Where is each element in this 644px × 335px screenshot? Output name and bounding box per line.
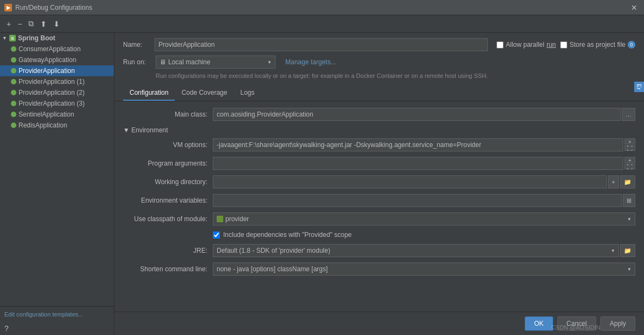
app-icon: ▶ [4, 4, 12, 11]
apply-button[interactable]: Apply [600, 316, 635, 331]
run-icon [11, 79, 16, 84]
move-up-button[interactable]: ⬆ [38, 19, 49, 29]
store-as-project-row: Store as project file 0 [560, 41, 635, 48]
env-vars-input-group: ⊞ [213, 194, 635, 207]
sidebar-item-sentinel[interactable]: SentinelApplication [0, 109, 114, 120]
run-icon [11, 68, 16, 74]
watermark: CSDN @AOSIDIN [551, 324, 600, 331]
store-project-checkbox[interactable] [560, 41, 567, 48]
jre-browse-button[interactable]: 📁 [620, 244, 635, 257]
sidebar-item-springboot[interactable]: ▼ S Spring Boot [0, 33, 114, 44]
tab-configuration[interactable]: Configuration [123, 86, 175, 101]
vm-expand-button[interactable]: ⛶ [624, 145, 635, 151]
name-input[interactable] [155, 38, 488, 51]
program-args-add-button[interactable]: + [624, 157, 635, 163]
title-bar: ▶ Run/Debug Configurations ✕ [0, 0, 644, 15]
main-class-browse-button[interactable]: … [622, 108, 635, 121]
name-label: Name: [123, 41, 150, 48]
manage-targets-link[interactable]: Manage targets... [285, 58, 336, 66]
sidebar-label: ConsumerApplication [19, 45, 81, 53]
jre-dropdown[interactable]: Default (1.8 - SDK of 'provider' module)… [213, 244, 619, 257]
sidebar-item-gateway[interactable]: GatewayApplication [0, 54, 114, 65]
chevron-down-icon: ▼ [2, 35, 7, 41]
shorten-cmd-chevron: ▼ [627, 267, 631, 272]
config-body: Main class: … ▼ Environment VM options: [114, 101, 644, 312]
tabs: Configuration Code Coverage Logs [114, 86, 644, 101]
vm-btns: + ⛶ [624, 138, 635, 151]
working-dir-input[interactable] [213, 175, 607, 188]
sidebar-label: ProviderApplication (1) [19, 78, 84, 86]
env-vars-input[interactable] [213, 194, 622, 207]
program-args-row: Program arguments: + ⛶ [123, 157, 635, 170]
main-class-input-group: … [213, 108, 635, 121]
jre-value: Default (1.8 - SDK of 'provider' module) [217, 247, 330, 254]
allow-parallel-label: Allow parallel [506, 41, 544, 48]
program-args-expand-button[interactable]: ⛶ [624, 163, 635, 169]
sidebar-label: ProviderApplication (2) [19, 89, 84, 96]
env-vars-label: Environment variables: [123, 197, 207, 204]
content: ▼ S Spring Boot ConsumerApplication Gate… [0, 33, 644, 335]
module-chevron: ▼ [627, 217, 631, 222]
store-badge: 0 [628, 41, 635, 48]
working-dir-browse-button[interactable]: + [608, 175, 619, 188]
vm-add-button[interactable]: + [624, 138, 635, 144]
allow-parallel-checkbox[interactable] [496, 41, 504, 48]
program-args-input-group: + ⛶ [213, 157, 635, 170]
program-args-input[interactable] [213, 157, 623, 170]
working-dir-folder-button[interactable]: 📁 [620, 175, 635, 188]
vm-options-input[interactable] [213, 138, 623, 151]
run-on-dropdown[interactable]: 🖥 Local machine ▼ [156, 56, 275, 69]
name-row: Name: Allow parallel run Store as projec… [114, 33, 644, 53]
vm-options-label: VM options: [123, 141, 207, 149]
tree-section: ▼ S Spring Boot ConsumerApplication Gate… [0, 33, 114, 169]
tab-logs[interactable]: Logs [234, 86, 261, 101]
include-deps-label: Include dependencies with "Provided" sco… [223, 231, 352, 239]
ok-button[interactable]: OK [525, 316, 553, 331]
footer: OK Cancel Apply [114, 312, 644, 335]
edit-templates-link[interactable]: Edit configuration templates... [0, 306, 114, 322]
shorten-cmd-value: none - java [options] className [args] [217, 265, 328, 273]
sidebar-item-provider1[interactable]: ProviderApplication (1) [0, 76, 114, 87]
tab-code-coverage[interactable]: Code Coverage [175, 86, 234, 101]
sidebar-item-provider[interactable]: ProviderApplication [0, 65, 114, 76]
environment-section[interactable]: ▼ Environment [123, 126, 635, 134]
jre-input-group: Default (1.8 - SDK of 'provider' module)… [213, 244, 635, 257]
dialog: ▶ Run/Debug Configurations ✕ + − ⧉ ⬆ ⬇ ▼… [0, 0, 644, 335]
sidebar-item-provider3[interactable]: ProviderApplication (3) [0, 98, 114, 109]
sidebar-item-redis[interactable]: RedisApplication [0, 120, 114, 131]
local-machine-icon: 🖥 [160, 58, 166, 66]
include-deps-checkbox[interactable] [213, 232, 220, 239]
jre-row: JRE: Default (1.8 - SDK of 'provider' mo… [123, 244, 635, 257]
right-panel: Name: Allow parallel run Store as projec… [114, 33, 644, 335]
sidebar-label: RedisApplication [19, 121, 67, 129]
shorten-cmd-dropdown[interactable]: none - java [options] className [args] ▼ [213, 263, 635, 276]
run-on-value: Local machine [168, 58, 210, 66]
main-class-row: Main class: … [123, 108, 635, 121]
vm-options-row: VM options: + ⛶ [123, 138, 635, 151]
env-vars-edit-button[interactable]: ⊞ [623, 194, 635, 207]
main-class-label: Main class: [123, 111, 207, 118]
sidebar-label: SentinelApplication [19, 111, 74, 118]
sidebar-label: GatewayApplication [19, 56, 76, 64]
sidebar-item-provider2[interactable]: ProviderApplication (2) [0, 87, 114, 98]
move-down-button[interactable]: ⬇ [51, 19, 62, 29]
include-deps-row: Include dependencies with "Provided" sco… [213, 231, 635, 239]
window-title: Run/Debug Configurations [15, 4, 92, 11]
toolbar: + − ⧉ ⬆ ⬇ [0, 15, 644, 33]
module-dropdown[interactable]: provider ▼ [213, 212, 635, 226]
working-dir-label: Working directory: [123, 178, 207, 186]
module-row: Use classpath of module: provider ▼ [123, 212, 635, 226]
close-button[interactable]: ✕ [629, 3, 640, 12]
sidebar-item-consumer[interactable]: ConsumerApplication [0, 44, 114, 54]
spring-icon: S [9, 35, 16, 41]
help-button[interactable]: ? [0, 322, 114, 335]
copy-button[interactable]: ⧉ [26, 18, 36, 29]
sidebar-label: ProviderApplication (3) [19, 100, 84, 107]
program-args-label: Program arguments: [123, 160, 207, 167]
module-value: provider [225, 215, 249, 223]
er-badge[interactable]: Er [634, 82, 644, 92]
main-class-input[interactable] [213, 108, 621, 121]
springboot-label: Spring Boot [18, 34, 56, 42]
add-button[interactable]: + [4, 19, 13, 29]
remove-button[interactable]: − [15, 19, 24, 29]
